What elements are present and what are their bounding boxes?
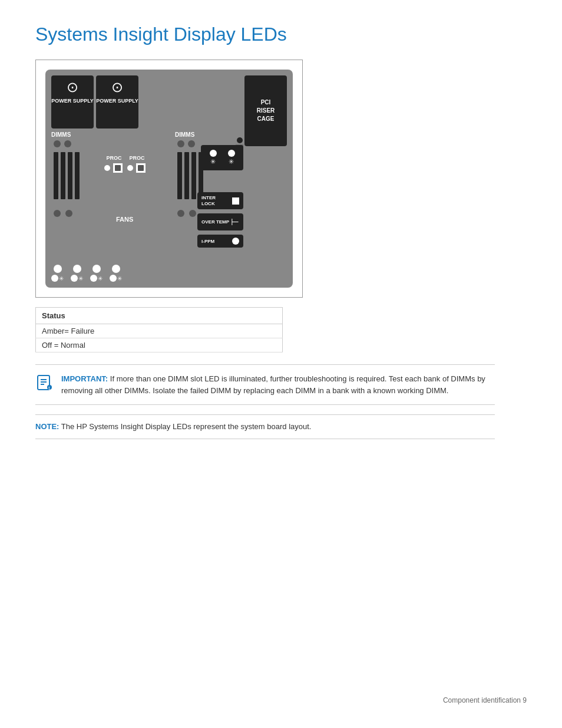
- mem-slot: [75, 152, 80, 199]
- psu1-label: POWER SUPPLY: [51, 98, 94, 104]
- mem-slot: [177, 152, 182, 199]
- fans-label: FANS: [116, 216, 133, 223]
- important-note: ! IMPORTANT: If more than one DIMM slot …: [35, 364, 495, 405]
- table-row: Amber= Failure: [36, 324, 283, 338]
- bottom-led-snowflake: ✳: [98, 275, 103, 282]
- proc1-chip-inner: [115, 165, 121, 171]
- led-dot: [228, 150, 235, 157]
- board-graphic: ⊙ POWER SUPPLY ⊙ POWER SUPPLY PCIRISERCA…: [45, 70, 293, 288]
- dimm-dots-right: [177, 140, 195, 147]
- status-row-amber: Amber= Failure: [36, 324, 283, 338]
- proc-section: PROC PROC: [104, 155, 147, 174]
- important-icon: !: [35, 373, 54, 392]
- interlock-indicator: INTER LOCK: [197, 192, 243, 209]
- led-item: ✳: [224, 150, 239, 166]
- fan-dots-left: [54, 210, 72, 217]
- bottom-led-top: [54, 265, 62, 273]
- mem-slot: [191, 152, 196, 199]
- mem-slots-left: [54, 152, 80, 199]
- bottom-led-dot: [51, 275, 58, 282]
- bottom-led-bot: ✳: [71, 275, 83, 282]
- bottom-led-bot: ✳: [90, 275, 103, 282]
- bottom-led-dot: [90, 275, 97, 282]
- proc1-led-row: [104, 162, 124, 174]
- proc2-led-row: [127, 162, 147, 174]
- important-body: If more than one DIMM slot LED is illumi…: [61, 374, 485, 395]
- psu2: ⊙ POWER SUPPLY: [96, 75, 138, 129]
- psu1: ⊙ POWER SUPPLY: [51, 75, 94, 129]
- bottom-led-unit: ✳: [90, 265, 103, 282]
- proc1-dot: [104, 165, 110, 171]
- ippm-label: I-PPM: [201, 239, 214, 244]
- status-row-off: Off = Normal: [36, 338, 283, 353]
- bottom-led-dot: [71, 275, 78, 282]
- overtemp-indicator: OVER TEMP ⊢: [197, 213, 243, 230]
- bottom-led-unit: ✳: [71, 265, 83, 282]
- bottom-led-top: [92, 265, 101, 273]
- proc2-chip-inner: [138, 165, 144, 171]
- ppm-dot: [237, 137, 243, 143]
- fan-dot: [189, 210, 196, 217]
- bottom-led-snowflake: ✳: [59, 275, 64, 282]
- mem-slot: [54, 152, 58, 199]
- footer: Component identification 9: [443, 696, 527, 704]
- bottom-led-snowflake: ✳: [78, 275, 83, 282]
- table-row: Off = Normal: [36, 338, 283, 353]
- dimm-dots-left: [54, 140, 71, 147]
- proc2: PROC: [127, 155, 147, 174]
- fan-dots-right: [177, 210, 196, 217]
- mem-slot: [184, 152, 189, 199]
- proc1-label: PROC: [106, 155, 121, 161]
- bottom-led-row: ✳ ✳ ✳: [51, 265, 122, 282]
- interlock-dot: [232, 197, 239, 205]
- dimm-dot: [64, 140, 71, 147]
- bottom-led-top: [112, 265, 120, 273]
- diagram-container: ⊙ POWER SUPPLY ⊙ POWER SUPPLY PCIRISERCA…: [35, 60, 303, 298]
- dimms-left-label: DIMMS: [51, 131, 71, 138]
- proc1-chip: [112, 162, 124, 174]
- psu2-icon: ⊙: [111, 79, 123, 95]
- page-title: Systems Insight Display LEDs: [35, 24, 527, 45]
- led-dot: [210, 150, 217, 157]
- led-snowflake-icon: ✳: [229, 158, 234, 166]
- proc2-chip: [135, 162, 147, 174]
- led-item: ✳: [206, 150, 220, 166]
- bottom-led-unit: ✳: [110, 265, 122, 282]
- important-text: IMPORTANT: If more than one DIMM slot LE…: [61, 373, 495, 396]
- fan-dot: [65, 210, 72, 217]
- bottom-led-bot: ✳: [110, 275, 122, 282]
- bottom-led-snowflake: ✳: [117, 275, 122, 282]
- overtemp-label: OVER TEMP: [201, 219, 229, 225]
- important-label: IMPORTANT:: [61, 374, 108, 383]
- note-section: NOTE: The HP Systems Insight Display LED…: [35, 414, 495, 439]
- interlock-label: INTER LOCK: [201, 195, 230, 206]
- proc1: PROC: [104, 155, 124, 174]
- overtemp-icon: ⊢: [231, 216, 239, 228]
- status-header: Status: [36, 308, 283, 324]
- led-grid-2x2: ✳ ✳: [201, 145, 243, 170]
- note-label: NOTE:: [35, 422, 59, 431]
- proc2-label: PROC: [129, 155, 144, 161]
- pci-riser-label: PCIRISERCAGE: [257, 98, 275, 123]
- bottom-led-unit: ✳: [51, 265, 64, 282]
- psu2-label: POWER SUPPLY: [96, 98, 138, 104]
- proc2-dot: [127, 165, 133, 171]
- mem-slot: [68, 152, 72, 199]
- fan-dot: [54, 210, 61, 217]
- bottom-led-top: [73, 265, 81, 273]
- bottom-led-bot: ✳: [51, 275, 64, 282]
- dimm-dot: [54, 140, 61, 147]
- note-body: The HP Systems Insight Display LEDs repr…: [59, 422, 311, 431]
- dimm-dot: [188, 140, 195, 147]
- dimms-right-label: DIMMS: [175, 131, 194, 138]
- mem-slot: [61, 152, 65, 199]
- status-table: Status Amber= Failure Off = Normal: [35, 307, 283, 353]
- ippm-indicator: I-PPM: [197, 235, 243, 248]
- bottom-led-dot: [110, 275, 117, 282]
- svg-text:!: !: [48, 386, 50, 391]
- pci-riser: PCIRISERCAGE: [244, 75, 287, 146]
- fan-dot: [177, 210, 184, 217]
- led-snowflake-icon: ✳: [210, 158, 216, 166]
- dimm-dot: [177, 140, 184, 147]
- ippm-dot: [232, 238, 239, 245]
